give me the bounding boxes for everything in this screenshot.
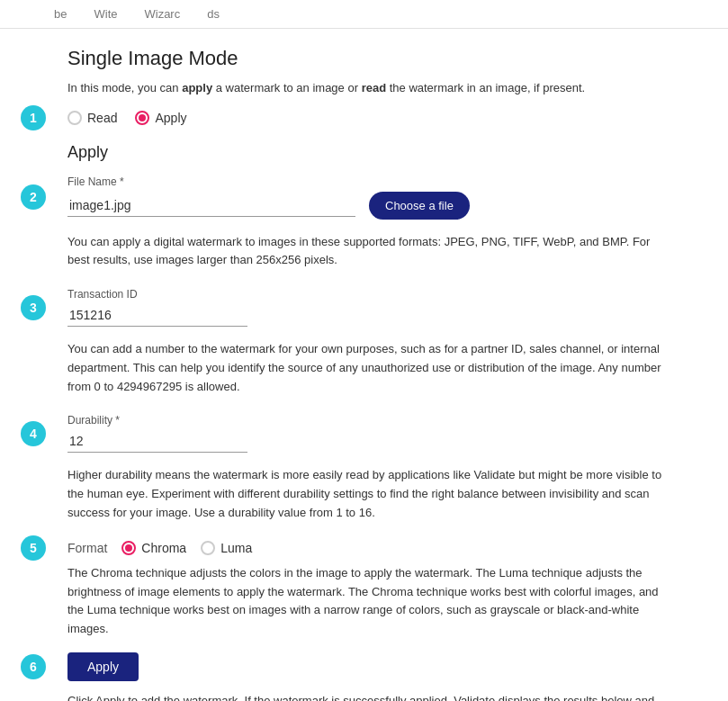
- format-info-text: The Chroma technique adjusts the colors …: [67, 564, 674, 639]
- radio-read-circle[interactable]: [67, 111, 82, 125]
- radio-read[interactable]: Read: [67, 111, 117, 125]
- step-5-indicator: 5: [21, 535, 46, 561]
- nav-item-1[interactable]: be: [54, 7, 67, 21]
- durability-label: Durability *: [67, 414, 674, 427]
- radio-apply-label: Apply: [155, 111, 186, 125]
- durability-input[interactable]: [67, 430, 247, 453]
- apply-section-title: Apply: [67, 143, 674, 162]
- radio-chroma-circle[interactable]: [121, 541, 136, 555]
- choose-file-button[interactable]: Choose a file: [369, 192, 470, 220]
- page-title: Single Image Mode: [67, 47, 674, 70]
- transaction-id-label: Transaction ID: [67, 288, 674, 301]
- mode-radio-group: Read Apply: [67, 111, 674, 125]
- radio-apply[interactable]: Apply: [135, 111, 186, 125]
- transaction-info-text: You can add a number to the watermark fo…: [67, 340, 674, 396]
- durability-info-text: Higher durability means the watermark is…: [67, 466, 674, 522]
- nav-item-3[interactable]: Wizarc: [144, 7, 180, 21]
- radio-chroma-label: Chroma: [141, 541, 186, 555]
- intro-text: In this mode, you can apply a watermark …: [67, 79, 674, 97]
- file-name-input[interactable]: [67, 194, 355, 217]
- transaction-id-input[interactable]: [67, 304, 247, 327]
- radio-read-label: Read: [87, 111, 117, 125]
- step-6-indicator: 6: [21, 654, 46, 679]
- apply-info-text: Click Apply to add the watermark. If the…: [67, 692, 674, 701]
- step-4-indicator: 4: [21, 421, 46, 446]
- file-info-text: You can apply a digital watermark to ima…: [67, 233, 674, 271]
- format-label: Format: [67, 541, 107, 555]
- radio-chroma[interactable]: Chroma: [121, 541, 186, 555]
- radio-luma-label: Luma: [220, 541, 252, 555]
- step-1-indicator: 1: [21, 105, 46, 130]
- radio-luma-circle[interactable]: [201, 541, 215, 555]
- nav-item-4[interactable]: ds: [207, 7, 220, 21]
- radio-luma[interactable]: Luma: [201, 541, 252, 555]
- apply-button[interactable]: Apply: [67, 652, 139, 681]
- nav-item-2[interactable]: Wite: [94, 7, 117, 21]
- step-2-indicator: 2: [21, 184, 46, 210]
- file-name-label: File Name *: [67, 175, 674, 188]
- radio-apply-circle[interactable]: [135, 111, 149, 125]
- step-3-indicator: 3: [21, 295, 46, 320]
